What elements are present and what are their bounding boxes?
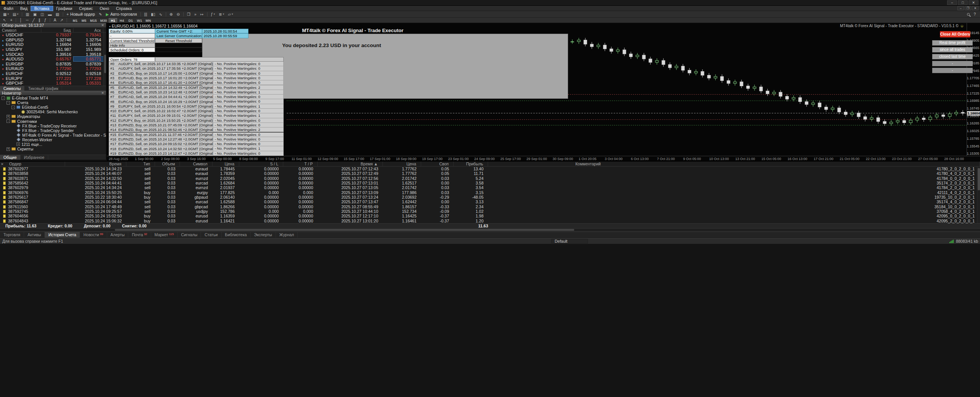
market-watch-row-GBPUSD[interactable]: ▲GBPUSD1.327481.32754 bbox=[0, 38, 106, 42]
terminal-tab-Маркет[interactable]: Маркет115 bbox=[151, 232, 178, 238]
terminal-tab-Активы[interactable]: Активы bbox=[24, 232, 45, 238]
tree-toggle-icon[interactable]: - bbox=[11, 106, 15, 109]
bar-chart-mode-button[interactable]: ||| bbox=[143, 12, 149, 17]
horizontal-line-button[interactable]: ─ bbox=[24, 18, 30, 23]
minimize-button[interactable]: – bbox=[947, 0, 957, 5]
trend-line-button[interactable]: ╱ bbox=[31, 18, 36, 23]
navigator-item[interactable]: FX Blue - TradeCopy Receiver bbox=[0, 124, 106, 128]
terminal-column-header-4[interactable]: Символ bbox=[180, 162, 212, 166]
menu-item-Графики[interactable]: Графики bbox=[53, 6, 76, 11]
crosshair-button[interactable]: + bbox=[8, 18, 14, 23]
new-chart-button[interactable]: ▦▾ bbox=[2, 12, 10, 17]
terminal-toggle-button[interactable]: ▬ bbox=[46, 12, 53, 17]
navigator-item[interactable]: -E-Global Trade MT4 bbox=[0, 96, 106, 100]
history-row[interactable]: 3876046562025.10.24 15:02:50buy0.03eurus… bbox=[0, 214, 980, 218]
chart-shift-button[interactable]: ↦ bbox=[199, 12, 205, 17]
auto-scroll-button[interactable]: » bbox=[193, 12, 198, 17]
text-label-button[interactable]: A bbox=[52, 18, 58, 23]
menu-item-Вставка[interactable]: Вставка bbox=[31, 6, 53, 11]
profiles-button[interactable]: ▤▾ bbox=[11, 12, 20, 17]
terminal-column-header-6[interactable]: S / L bbox=[239, 162, 283, 166]
maximize-button[interactable]: □ bbox=[958, 0, 968, 5]
market-watch-row-EURAUD[interactable]: ▼EURAUD1.772901.77293 bbox=[0, 66, 106, 71]
history-row[interactable]: 3875868472025.10.24 06:04:44sell0.03eurc… bbox=[0, 199, 980, 204]
market-watch-row-EURUSD[interactable]: ▲EURUSD1.166041.16606 bbox=[0, 42, 106, 47]
terminal-column-header-1[interactable]: Время bbox=[65, 162, 126, 166]
tree-toggle-icon[interactable]: - bbox=[7, 119, 10, 123]
menu-item-Окно[interactable]: Окно bbox=[96, 6, 113, 11]
terminal-tab-Алерты[interactable]: Алерты bbox=[107, 232, 129, 238]
navigator-item[interactable]: Receiver-Worker bbox=[0, 137, 106, 142]
terminal-column-header-11[interactable]: Прибыль bbox=[454, 162, 488, 166]
child-minimize-button[interactable]: – bbox=[957, 6, 964, 10]
navigator-item[interactable]: -Счета bbox=[0, 100, 106, 105]
timeframe-M1-button[interactable]: M1 bbox=[71, 18, 79, 23]
navigator-close-icon[interactable]: ✕ bbox=[101, 91, 104, 95]
navigator-item[interactable]: MT4talk © Forex AI Signal - Trade Execut… bbox=[0, 133, 106, 137]
terminal-column-header-5[interactable]: Цена bbox=[212, 162, 239, 166]
terminal-tab-Статьи[interactable]: Статьи bbox=[201, 232, 221, 238]
child-restore-button[interactable]: ❐ bbox=[965, 6, 971, 10]
navigator-item[interactable]: -EGlobal-Cent5 bbox=[0, 105, 106, 109]
terminal-tab-Сигналы[interactable]: Сигналы bbox=[178, 232, 201, 238]
timeframe-H1-button[interactable]: H1 bbox=[109, 18, 117, 23]
zoom-in-button[interactable]: ⊕ bbox=[168, 12, 174, 17]
history-row[interactable]: 3875927452025.10.24 09:25:57sell0.03usdj… bbox=[0, 209, 980, 214]
timeframe-D1-button[interactable]: D1 bbox=[126, 18, 135, 23]
time-axis[interactable]: 28 Aug 20251 Sep 00:002 Sep 08:003 Sep 1… bbox=[107, 156, 980, 161]
terminal-column-header-9[interactable]: Цена bbox=[383, 162, 421, 166]
history-row[interactable]: 3876115602025.10.24 17:48:49sell0.03gbpc… bbox=[0, 204, 980, 209]
tree-toggle-icon[interactable]: - bbox=[2, 96, 5, 100]
terminal-column-header-8[interactable]: Время ▲ bbox=[318, 162, 383, 166]
strategy-tester-toggle-button[interactable]: ▧ bbox=[54, 12, 60, 17]
terminal-column-header-10[interactable]: Своп bbox=[421, 162, 454, 166]
terminal-column-header-0[interactable]: Ордер bbox=[0, 162, 65, 166]
tree-toggle-icon[interactable]: + bbox=[7, 115, 10, 118]
menu-item-Вид[interactable]: Вид bbox=[17, 6, 31, 11]
terminal-tab-История Счета[interactable]: История Счета bbox=[45, 232, 80, 238]
navigator-item[interactable]: +Скрипты bbox=[0, 147, 106, 151]
history-row[interactable]: 3876029772025.10.24 14:34:23sell0.03eura… bbox=[0, 167, 980, 171]
market-watch-row-GBPCHF[interactable]: ▼GBPCHF1.053141.05331 bbox=[0, 81, 106, 86]
history-row[interactable]: 3876029792025.10.24 14:34:24sell0.03eurn… bbox=[0, 185, 980, 190]
terminal-tab-Журнал[interactable]: Журнал bbox=[276, 232, 298, 238]
timeframe-M5-button[interactable]: M5 bbox=[80, 18, 88, 23]
cursor-button[interactable]: ↖ bbox=[2, 18, 8, 23]
terminal-column-header-12[interactable]: Комментарий bbox=[488, 162, 980, 166]
autotrading-button[interactable]: ▶Авто-торговля bbox=[105, 12, 139, 17]
tree-toggle-icon[interactable]: + bbox=[7, 147, 10, 151]
market-watch-row-EURCHF[interactable]: ▲EURCHF0.925120.92518 bbox=[0, 71, 106, 76]
navigator-item[interactable]: FX Blue - TradeCopy Sender bbox=[0, 128, 106, 133]
market-watch-toggle-button[interactable]: ▥ bbox=[24, 12, 31, 17]
terminal-tab-Торговля[interactable]: Торговля bbox=[0, 232, 24, 238]
history-row[interactable]: 3875856422025.10.24 04:44:41sell0.03eurc… bbox=[0, 181, 980, 185]
terminal-tab-Почта[interactable]: Почта32 bbox=[128, 232, 151, 238]
terminal-hscrollbar[interactable] bbox=[0, 229, 980, 232]
history-row[interactable]: 3876256172025.10.22 18:30:40buy0.03gbpau… bbox=[0, 195, 980, 199]
market-watch-row-USDCAD[interactable]: ▲USDCAD1.395161.39518 bbox=[0, 52, 106, 57]
timeframe-MN-button[interactable]: MN bbox=[144, 18, 152, 23]
navigator-tab-Общие[interactable]: Общие bbox=[0, 155, 21, 160]
history-row[interactable]: 3876069762025.10.24 15:50:25buy0.03eurjp… bbox=[0, 190, 980, 195]
metaeditor-button[interactable]: ✎ bbox=[97, 12, 103, 17]
zoom-out-button[interactable]: ⊖ bbox=[175, 12, 181, 17]
menu-item-Справка[interactable]: Справка bbox=[113, 6, 135, 11]
terminal-tab-Библиотека[interactable]: Библиотека bbox=[222, 232, 251, 238]
candlestick-mode-button[interactable]: ▮▯ bbox=[149, 12, 157, 17]
fibonacci-button[interactable]: ƒ bbox=[43, 18, 48, 23]
search-button[interactable] bbox=[965, 12, 971, 17]
market-watch-tab-Тиковый график[interactable]: Тиковый график bbox=[24, 86, 62, 91]
data-window-toggle-button[interactable]: ▣ bbox=[31, 12, 38, 17]
templates-button[interactable]: ▱▾ bbox=[227, 12, 235, 17]
periods-button[interactable]: ≣▾ bbox=[217, 12, 226, 17]
history-row[interactable]: 3876048432025.10.24 15:06:32buy0.03eurus… bbox=[0, 219, 980, 223]
close-button[interactable]: ✕ bbox=[969, 0, 978, 5]
reset-threshold-button[interactable]: Reset Threshold bbox=[155, 38, 202, 43]
terminal-column-header-3[interactable]: Объем bbox=[155, 162, 180, 166]
market-watch-row-USDCHF[interactable]: ▼USDCHF0.793370.79341 bbox=[0, 33, 106, 38]
market-watch-tab-Символы[interactable]: Символы bbox=[0, 86, 24, 91]
tree-toggle-icon[interactable]: - bbox=[7, 101, 10, 105]
terminal-tab-Новости[interactable]: Новости99 bbox=[80, 232, 107, 238]
arrow-objects-button[interactable]: ↗ bbox=[59, 18, 65, 23]
tile-windows-button[interactable]: ❒ bbox=[186, 12, 192, 17]
